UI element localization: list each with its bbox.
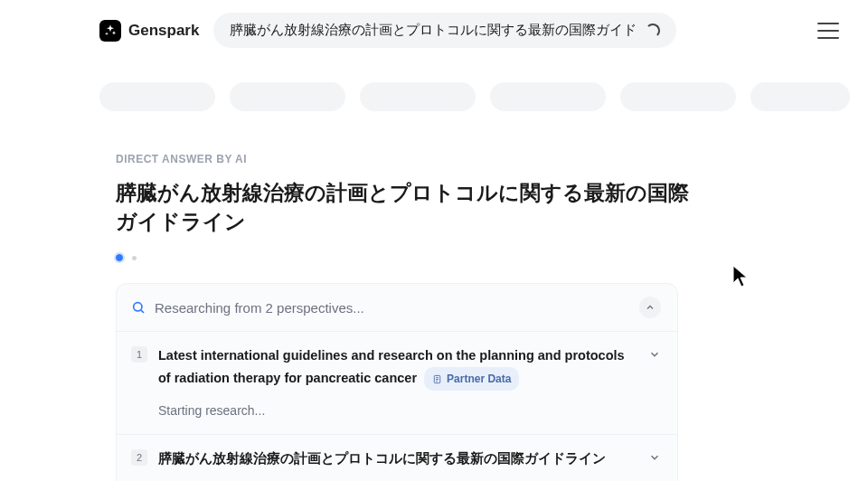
search-query-pill[interactable]: 膵臓がん放射線治療の計画とプロトコルに関する最新の国際ガイド <box>213 13 676 48</box>
filter-chip-skeleton <box>750 82 850 111</box>
mouse-cursor-icon <box>732 265 750 288</box>
perspective-number: 1 <box>131 346 147 363</box>
perspective-title: Latest international guidelines and rese… <box>158 344 637 391</box>
svg-point-0 <box>134 303 142 311</box>
loading-spinner-icon <box>646 24 660 38</box>
partner-data-badge: Partner Data <box>424 367 519 391</box>
expand-button[interactable] <box>648 348 661 364</box>
document-icon <box>432 374 442 384</box>
progress-dot-inactive <box>132 256 137 260</box>
menu-button[interactable] <box>817 23 839 39</box>
brand-name: Genspark <box>128 22 199 40</box>
perspective-item: 2 膵臓がん放射線治療の計画とプロトコルに関する最新の国際ガイドライン Brow… <box>117 434 677 481</box>
progress-dots <box>116 254 696 261</box>
section-label: DIRECT ANSWER BY AI <box>116 153 696 165</box>
filter-chip-skeleton <box>490 82 606 111</box>
perspective-header[interactable]: 1 Latest international guidelines and re… <box>131 344 661 391</box>
perspective-header[interactable]: 2 膵臓がん放射線治療の計画とプロトコルに関する最新の国際ガイドライン <box>131 448 661 470</box>
perspective-item: 1 Latest international guidelines and re… <box>117 331 677 434</box>
perspective-number: 2 <box>131 449 147 466</box>
page-title: 膵臓がん放射線治療の計画とプロトコルに関する最新の国際ガイドライン <box>116 178 694 236</box>
filter-chip-skeleton <box>620 82 736 111</box>
chevron-up-icon <box>645 302 656 313</box>
search-query-text: 膵臓がん放射線治療の計画とプロトコルに関する最新の国際ガイド <box>230 22 637 39</box>
search-icon <box>131 300 146 315</box>
research-card: Researching from 2 perspectives... 1 Lat… <box>116 283 678 481</box>
filter-chips-row <box>0 57 868 127</box>
svg-line-1 <box>141 310 144 313</box>
research-header-text: Researching from 2 perspectives... <box>155 300 630 316</box>
filter-chip-skeleton <box>230 82 345 111</box>
filter-chip-skeleton <box>360 82 476 111</box>
progress-dot-active <box>116 254 123 261</box>
research-header[interactable]: Researching from 2 perspectives... <box>117 284 677 331</box>
perspective-status: Starting research... <box>158 403 661 418</box>
expand-button[interactable] <box>648 451 661 467</box>
chevron-down-icon <box>648 451 661 464</box>
logo[interactable]: Genspark <box>99 20 199 42</box>
filter-chip-skeleton <box>99 82 215 111</box>
collapse-button[interactable] <box>639 297 661 318</box>
chevron-down-icon <box>648 348 661 361</box>
sparkle-icon <box>99 20 121 42</box>
perspective-title: 膵臓がん放射線治療の計画とプロトコルに関する最新の国際ガイドライン <box>158 448 637 470</box>
